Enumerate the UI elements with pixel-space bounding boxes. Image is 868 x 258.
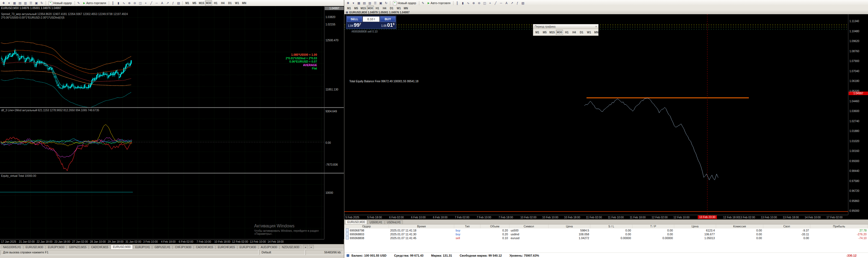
- subwindow-splitter[interactable]: [0, 173, 344, 173]
- period-button[interactable]: H4: [571, 30, 578, 35]
- chart-dropdown-icon[interactable]: ▾: [6, 1, 12, 5]
- strategy-tester-icon[interactable]: ↻: [39, 1, 44, 5]
- trendline-icon[interactable]: ╱: [148, 1, 154, 5]
- period-button[interactable]: MN: [593, 30, 600, 35]
- data-window-icon[interactable]: ▥: [367, 1, 373, 5]
- zoom-out-icon[interactable]: ⊖: [132, 1, 137, 5]
- timeframe-button[interactable]: H1: [212, 1, 219, 5]
- chart-tab[interactable]: EURUSD,M30: [345, 220, 367, 224]
- volume-down-icon[interactable]: ▾: [374, 19, 375, 21]
- right-chart-plot[interactable]: SELL 0.10 ▴▾ BUY 1.04997 1.05019 Пе: [344, 14, 848, 215]
- horizontal-line-icon[interactable]: ─: [154, 1, 159, 5]
- left-chart-area[interactable]: EURUSD,M30 1.04976 1.05001 1.04976 1.049…: [0, 6, 344, 244]
- new-order-button[interactable]: +Новый ордер: [391, 1, 418, 5]
- tile-windows-icon[interactable]: ◫: [482, 1, 487, 5]
- line-chart-icon[interactable]: ∿: [121, 1, 127, 5]
- period-button[interactable]: W1: [585, 30, 592, 35]
- column-header[interactable]: Тип: [454, 224, 480, 228]
- period-button[interactable]: H1: [563, 30, 570, 35]
- left-chart-plot[interactable]: EURUSD,M30 1.04976 1.05001 1.04976 1.049…: [0, 6, 324, 239]
- candlestick-chart-icon[interactable]: ▮: [460, 1, 465, 5]
- zoom-in-icon[interactable]: ⊕: [127, 1, 132, 5]
- chart-tab[interactable]: GBPNZD,M15: [67, 245, 89, 249]
- chart-dropdown-icon[interactable]: ▾: [351, 1, 356, 5]
- chart-tab[interactable]: EURJPY,M30: [238, 245, 258, 249]
- timeframe-button[interactable]: MN: [402, 6, 409, 11]
- status-profile[interactable]: Default: [259, 250, 305, 255]
- chart-tab[interactable]: EURJPY,M30: [45, 245, 66, 249]
- bar-chart-icon[interactable]: ║: [110, 1, 116, 5]
- zoom-in-icon[interactable]: ⊕: [471, 1, 476, 5]
- timeframe-button[interactable]: D1: [226, 1, 234, 5]
- metaeditor-icon[interactable]: ✎: [76, 1, 82, 5]
- timeframe-button[interactable]: D1: [388, 6, 395, 11]
- zoom-out-icon[interactable]: ⊖: [476, 1, 482, 5]
- column-header[interactable]: Своп: [763, 224, 810, 228]
- templates-icon[interactable]: ▧: [520, 1, 526, 5]
- column-header[interactable]: Ордер: [344, 224, 389, 228]
- indicators-icon[interactable]: ƒ: [515, 1, 520, 5]
- buy-button[interactable]: BUY: [380, 17, 396, 22]
- timeframe-button[interactable]: M5: [352, 6, 360, 11]
- timeframe-button[interactable]: M30: [367, 6, 374, 11]
- column-header[interactable]: Комиссия: [716, 224, 763, 228]
- crosshair-icon[interactable]: +: [143, 1, 148, 5]
- period-button[interactable]: M1: [534, 30, 541, 35]
- order-row[interactable]: 699368798 2025.01.07 11:41:18 buy 0.20 u…: [344, 228, 868, 232]
- terminal-panel-icon[interactable]: ▣: [34, 1, 39, 5]
- chart-tab[interactable]: CADCHF,M15: [89, 245, 111, 249]
- chart-tab[interactable]: EURCHF,M15: [216, 245, 237, 249]
- text-label-icon[interactable]: A: [504, 1, 509, 5]
- crosshair-icon[interactable]: +: [487, 1, 493, 5]
- chart-tab[interactable]: EURJPY,H1: [133, 245, 152, 249]
- sell-button[interactable]: SELL: [347, 17, 362, 22]
- chart-tab[interactable]: EURUSD,M30: [111, 245, 132, 249]
- chart-tab[interactable]: US500,H1: [367, 220, 384, 224]
- timeframe-button[interactable]: M1: [184, 1, 191, 5]
- order-row[interactable]: 699368808 2025.01.07 11:41:45 sell 0.10 …: [344, 236, 868, 240]
- timeframe-button[interactable]: M15: [198, 1, 205, 5]
- column-header[interactable]: Цена: [674, 224, 716, 228]
- trendline-icon[interactable]: ╱: [493, 1, 498, 5]
- profiles-icon[interactable]: ▦: [12, 1, 17, 5]
- period-button[interactable]: D1: [578, 30, 585, 35]
- metaeditor-icon[interactable]: ✎: [420, 1, 426, 5]
- period-button[interactable]: M15: [549, 30, 556, 35]
- navigator-icon[interactable]: ☰: [28, 1, 34, 5]
- timeframe-button[interactable]: M5: [191, 1, 198, 5]
- period-button[interactable]: M30: [556, 30, 563, 35]
- templates-icon[interactable]: ▧: [176, 1, 181, 5]
- column-header[interactable]: Прибыль: [810, 224, 868, 228]
- line-chart-icon[interactable]: ∿: [465, 1, 471, 5]
- order-row[interactable]: 699368803 2025.01.07 11:41:30 buy 0.20 u…: [344, 232, 868, 236]
- subwindow-splitter[interactable]: [0, 107, 344, 108]
- close-icon[interactable]: ×: [595, 25, 597, 28]
- volume-spin-buttons[interactable]: ▴▾: [374, 18, 375, 21]
- timeframe-button[interactable]: M1: [345, 6, 352, 11]
- column-header[interactable]: Символ: [509, 224, 549, 228]
- column-header[interactable]: Объем: [480, 224, 509, 228]
- new-order-button[interactable]: +Новый ордер: [47, 1, 73, 5]
- chart-tab[interactable]: CHFJPY,M30: [173, 245, 193, 249]
- timeframe-button[interactable]: W1: [234, 1, 241, 5]
- tile-windows-icon[interactable]: ◫: [137, 1, 143, 5]
- column-header[interactable]: T / P: [632, 224, 674, 228]
- data-window-icon[interactable]: ▥: [23, 1, 28, 5]
- new-chart-icon[interactable]: ✚: [345, 1, 351, 5]
- candlestick-chart-icon[interactable]: ▮: [116, 1, 121, 5]
- chart-tab[interactable]: CADCHF,M15: [194, 245, 215, 249]
- timeframe-button[interactable]: MN: [241, 1, 248, 5]
- profiles-icon[interactable]: ▦: [356, 1, 362, 5]
- tab-scroll-left-icon[interactable]: ◂: [303, 245, 308, 249]
- horizontal-line-icon[interactable]: ─: [498, 1, 504, 5]
- chart-window-titlebar[interactable]: ▦ EURUSD,M30 1.04979 1.05001 1.04976 1.0…: [344, 10, 868, 14]
- arrow-tool-icon[interactable]: ↗: [165, 1, 170, 5]
- right-chart-area[interactable]: SELL 0.10 ▴▾ BUY 1.04997 1.05019 Пе: [344, 14, 868, 220]
- autotrading-button[interactable]: ▶Авто-торговля: [426, 1, 452, 5]
- navigator-icon[interactable]: ☰: [373, 1, 378, 5]
- timeframe-button[interactable]: W1: [395, 6, 402, 11]
- chart-tab[interactable]: AUDJPY,M30: [258, 245, 279, 249]
- column-header[interactable]: Время: [389, 224, 455, 228]
- market-watch-icon[interactable]: ▤: [17, 1, 23, 5]
- timeframe-button[interactable]: H1: [374, 6, 381, 11]
